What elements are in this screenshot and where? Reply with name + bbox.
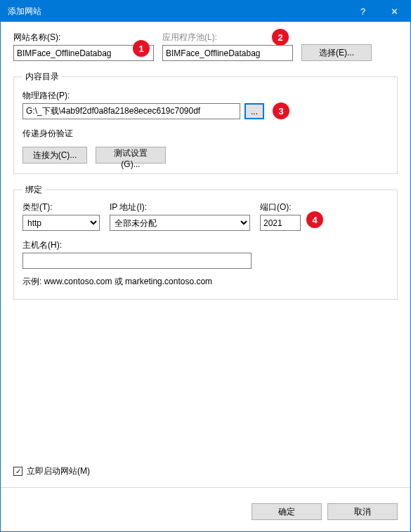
ip-address-select[interactable]: 全部未分配 <box>110 215 250 231</box>
app-pool-input[interactable] <box>162 45 293 61</box>
hostname-example: 示例: www.contoso.com 或 marketing.contoso.… <box>22 276 389 288</box>
annotation-1: 1 <box>133 40 150 57</box>
type-select[interactable]: http <box>22 215 100 231</box>
select-app-pool-button[interactable]: 选择(E)... <box>301 44 372 61</box>
help-button[interactable]: ? <box>347 1 379 22</box>
dialog-content: 网站名称(S): 1 应用程序池(L): 2 选择(E)... 内容目录 物理路… <box>1 22 410 495</box>
port-label: 端口(O): <box>260 201 301 213</box>
dialog-footer: 确定 取消 <box>1 495 410 531</box>
passthrough-auth-label: 传递身份验证 <box>22 128 389 140</box>
window-title: 添加网站 <box>8 6 347 18</box>
close-button[interactable]: ✕ <box>379 1 410 22</box>
site-name-label: 网站名称(S): <box>13 32 154 44</box>
site-row: 网站名称(S): 1 应用程序池(L): 2 选择(E)... <box>13 32 398 61</box>
physical-path-label: 物理路径(P): <box>22 90 389 102</box>
port-input[interactable] <box>260 215 301 231</box>
test-settings-button[interactable]: 测试设置(G)... <box>96 147 166 164</box>
binding-group: 绑定 类型(T): http IP 地址(I): 全部未分配 端口(O): <box>13 184 398 300</box>
type-label: 类型(T): <box>22 201 100 213</box>
footer-separator <box>1 487 410 488</box>
physical-path-input[interactable] <box>22 103 240 119</box>
start-immediately-checkbox[interactable]: ✓ <box>13 467 22 476</box>
annotation-3: 3 <box>273 102 289 119</box>
content-directory-legend: 内容目录 <box>22 71 62 83</box>
add-website-dialog: 添加网站 ? ✕ 网站名称(S): 1 应用程序池(L): 2 选择(E)...… <box>0 0 411 532</box>
titlebar-controls: ? ✕ <box>347 1 410 22</box>
connect-as-button[interactable]: 连接为(C)... <box>22 147 87 164</box>
titlebar: 添加网站 ? ✕ <box>1 1 410 22</box>
start-immediately-label: 立即启动网站(M) <box>27 465 90 477</box>
start-immediately-row[interactable]: ✓ 立即启动网站(M) <box>13 465 398 477</box>
hostname-input[interactable] <box>22 253 252 269</box>
browse-button[interactable]: ... <box>244 103 264 119</box>
ok-button[interactable]: 确定 <box>252 503 322 520</box>
annotation-4: 4 <box>306 211 323 228</box>
annotation-2: 2 <box>272 29 289 46</box>
content-directory-group: 内容目录 物理路径(P): ... 3 传递身份验证 连接为(C)... 测试设… <box>13 71 398 174</box>
ip-address-label: IP 地址(I): <box>110 201 250 213</box>
hostname-label: 主机名(H): <box>22 239 389 251</box>
cancel-button[interactable]: 取消 <box>327 503 398 520</box>
binding-legend: 绑定 <box>22 184 45 196</box>
